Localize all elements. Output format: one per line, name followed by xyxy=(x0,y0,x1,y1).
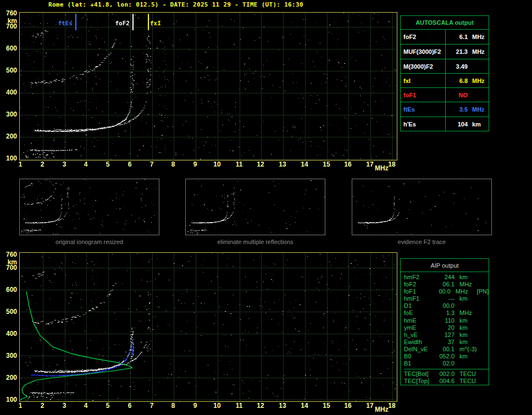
aip-row-B0: B0052.0km xyxy=(404,353,489,360)
x-axis-unit-bottom: MHz xyxy=(375,406,389,413)
aip-value: 004.6 xyxy=(436,378,455,385)
aip-param-label: TEC[Bot] xyxy=(404,370,436,378)
top-x-tick-6: 6 xyxy=(125,161,135,168)
bottom-y-tick-500: 500 xyxy=(1,308,17,316)
top-x-tick-3: 3 xyxy=(59,161,69,168)
aip-row-B1: B102.0 xyxy=(404,360,489,367)
aip-param-label: B0 xyxy=(404,353,436,360)
aip-param-label: h_vE xyxy=(404,331,436,339)
aip-unit: MHz xyxy=(455,309,483,317)
aip-param-label: foF1 xyxy=(404,288,434,295)
top-y-tick-300: 300 xyxy=(1,110,17,118)
bottom-y-tick-760: 760 xyxy=(1,251,17,258)
aip-value: 02.0 xyxy=(436,360,455,367)
thumbnail-caption-2: eliminate multiple reflections xyxy=(185,239,325,245)
aip-rows: hmF2244kmfoF206.1MHzfoF100.0MHz[PN]hmF1-… xyxy=(404,274,489,367)
top-x-tick-14: 14 xyxy=(300,161,309,168)
bottom-x-tick-3: 3 xyxy=(59,402,69,410)
bottom-x-tick-5: 5 xyxy=(103,402,113,410)
aip-row-hmF1: hmF1---km xyxy=(404,295,489,302)
bottom-x-tick-8: 8 xyxy=(168,402,178,410)
bottom-ionogram-plot xyxy=(19,252,397,402)
aip-value: 052.0 xyxy=(436,353,455,360)
autoscala-param-label: MUF(3000)F2 xyxy=(401,45,446,58)
aip-param-label: DelN_vE xyxy=(404,346,436,353)
aip-param-label: D1 xyxy=(404,302,436,309)
top-x-tick-16: 16 xyxy=(343,161,353,168)
top-y-tick-100: 100 xyxy=(1,154,17,162)
top-y-tick-400: 400 xyxy=(1,88,17,96)
aip-param-label: Ewidth xyxy=(404,339,436,346)
aip-value: 110 xyxy=(436,317,455,324)
aip-value: 20 xyxy=(436,324,455,331)
aip-unit: km xyxy=(455,324,483,331)
thumbnail-original-ionogram xyxy=(19,179,159,235)
aip-value: 37 xyxy=(436,339,455,346)
aip-row-foF1: foF100.0MHz[PN] xyxy=(404,288,489,295)
aip-row-h_vE: h_vE127km xyxy=(404,331,489,339)
autoscala-rows: foF26.1MHzMUF(3000)F221.3MHzM(3000)F23.4… xyxy=(401,30,489,131)
autoscala-unit: MHz xyxy=(468,102,485,116)
autoscala-param-label: ftEs xyxy=(401,102,446,116)
top-x-tick-12: 12 xyxy=(256,161,265,168)
autoscala-param-label: M(3000)F2 xyxy=(401,59,446,73)
thumbnail-multiples-canvas xyxy=(186,179,325,235)
aip-separator xyxy=(404,369,489,369)
aip-param-label: hmF1 xyxy=(404,295,436,302)
aip-row-Ewidth: Ewidth37km xyxy=(404,339,489,346)
top-x-tick-5: 5 xyxy=(103,161,113,168)
top-ionogram-canvas xyxy=(20,13,397,160)
top-x-tick-18: 18 xyxy=(387,161,397,168)
top-x-tick-8: 8 xyxy=(168,161,178,168)
bottom-y-tick-700: 700 xyxy=(1,264,17,272)
autoscala-value: NO xyxy=(446,88,468,102)
thumbnail-f2-trace xyxy=(352,179,492,235)
autoscala-value: 6.1 xyxy=(446,30,468,44)
aip-param-label: hmF2 xyxy=(404,274,436,281)
top-x-tick-1: 1 xyxy=(15,161,25,168)
aip-header: AIP output xyxy=(401,259,489,272)
aip-unit: km xyxy=(455,353,483,360)
aip-panel: AIP output hmF2244kmfoF206.1MHzfoF100.0M… xyxy=(400,258,489,385)
autoscala-header: AUTOSCALA output xyxy=(401,16,489,30)
bottom-y-tick-400: 400 xyxy=(1,330,17,337)
aip-unit: MHz xyxy=(451,288,477,295)
thumbnail-caption-1: original ionogram resized xyxy=(19,239,159,245)
bottom-x-tick-14: 14 xyxy=(300,402,309,410)
autoscala-unit: MHz xyxy=(468,30,485,44)
top-x-tick-17: 17 xyxy=(365,161,375,168)
autoscala-unit xyxy=(468,59,472,73)
autoscala-unit: MHz xyxy=(468,45,485,58)
autoscala-param-label: fxI xyxy=(401,74,446,87)
aip-unit: km xyxy=(455,274,483,281)
aip-row-foE: foE1.3MHz xyxy=(404,309,489,317)
autoscala-value: 3.5 xyxy=(446,102,468,116)
bottom-x-tick-9: 9 xyxy=(190,402,200,410)
aip-value: 00.1 xyxy=(436,346,455,353)
top-y-tick-700: 700 xyxy=(1,23,17,30)
top-x-tick-13: 13 xyxy=(278,161,287,168)
top-x-tick-11: 11 xyxy=(234,161,244,168)
thumbnail-caption-3: evidence F2 trace xyxy=(352,239,492,245)
bottom-y-tick-100: 100 xyxy=(1,396,17,403)
autoscala-row-foF2: foF26.1MHz xyxy=(401,30,489,44)
aip-row-DelN_vE: DelN_vE00.1m^(-3) xyxy=(404,346,489,353)
aip-value: 244 xyxy=(436,274,455,281)
aip-unit: km xyxy=(455,339,483,346)
bottom-x-tick-15: 15 xyxy=(322,402,331,410)
autoscala-param-label: foF1 xyxy=(401,88,446,102)
marker-label-ftEs: ftEs xyxy=(53,20,73,27)
autoscala-param-label: foF2 xyxy=(401,30,446,44)
bottom-x-tick-12: 12 xyxy=(256,402,265,410)
aip-value: 00.0 xyxy=(436,302,455,309)
top-y-tick-600: 600 xyxy=(1,45,17,52)
autoscala-screen: { "title": "Rome (lat: +41.8, lon: 012.5… xyxy=(0,0,532,415)
aip-row-hmF2: hmF2244km xyxy=(404,274,489,281)
x-axis-unit-top: MHz xyxy=(375,164,389,172)
autoscala-row-ftEs: ftEs3.5MHz xyxy=(401,102,489,116)
autoscala-unit: km xyxy=(468,117,481,131)
autoscala-value: 21.3 xyxy=(446,45,468,58)
autoscala-value: 104 xyxy=(446,117,468,131)
aip-unit: m^(-3) xyxy=(455,346,483,353)
top-y-tick-200: 200 xyxy=(1,132,17,140)
